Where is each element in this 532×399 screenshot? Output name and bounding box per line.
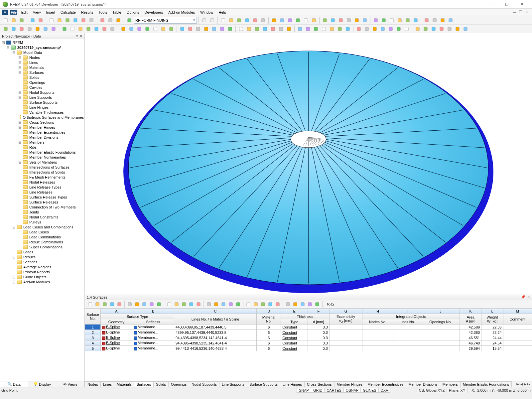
tool-d39[interactable] [328, 25, 335, 33]
tool-b0[interactable] [99, 17, 106, 24]
tree-md-sets-of-members[interactable]: ⊞Sets of Members [0, 160, 84, 165]
undo-button[interactable] [29, 17, 36, 24]
tool-d10[interactable] [85, 25, 92, 33]
surfaces-table[interactable]: SurfaceNo.ABCDEFGHIJKLMSurface TypeLines… [85, 308, 532, 381]
menu-developers[interactable]: Developers [142, 10, 166, 15]
tool-a5[interactable] [88, 17, 95, 24]
tool-d8[interactable] [69, 25, 76, 33]
tool-d20[interactable] [168, 25, 175, 33]
tree-md-variable-thicknesses[interactable]: Variable Thicknesses [0, 110, 84, 115]
table-tab-line-hinges[interactable]: Line Hinges [280, 381, 305, 387]
table-row[interactable]: 3B-SplineMembrane...94,4395-4398,5234,14… [85, 335, 532, 340]
table-tool-12[interactable] [181, 301, 187, 308]
tool-d25[interactable] [210, 25, 218, 33]
tree-md-member-hinges[interactable]: ⊞Member Hinges [0, 125, 84, 130]
tool-d12[interactable] [101, 25, 108, 33]
tool-d31[interactable] [261, 25, 269, 33]
table-tool-8[interactable] [148, 301, 155, 308]
tool-c22[interactable] [404, 17, 411, 24]
tool-d7[interactable] [61, 25, 68, 33]
tool-c3[interactable] [243, 17, 251, 24]
tab-scroll-3[interactable]: ⏭ [527, 382, 531, 386]
table-tool-5[interactable] [126, 301, 133, 308]
tool-c25[interactable] [431, 17, 438, 24]
table-tool-23[interactable] [267, 301, 274, 308]
tool-c19[interactable] [380, 17, 387, 24]
table-tool-2[interactable] [101, 301, 108, 308]
tool-d40[interactable] [336, 25, 343, 33]
tool-d15[interactable] [128, 25, 135, 33]
tree-md-nodal-constraints[interactable]: Nodal Constraints [0, 214, 84, 219]
tool-c21[interactable] [396, 17, 403, 24]
tool-d5[interactable] [42, 25, 49, 33]
tree-md-pulleys[interactable]: Pulleys [0, 219, 84, 224]
open-button[interactable] [10, 17, 17, 24]
tool-c17[interactable] [361, 17, 368, 24]
table-tab-materials[interactable]: Materials [114, 381, 134, 387]
tool-d48[interactable] [403, 25, 410, 33]
tool-d16[interactable] [136, 25, 143, 33]
table-tab-member-elastic-foundations[interactable]: Member Elastic Foundations [460, 381, 512, 387]
tree-md-surfaces[interactable]: ⊞Surfaces [0, 70, 84, 75]
navigator-close[interactable]: ✕ [79, 34, 82, 38]
tool-c24[interactable] [423, 17, 430, 24]
new-button[interactable] [2, 17, 9, 24]
tree-lcc-result-combinations[interactable]: Result Combinations [0, 239, 84, 244]
tree-md-nodes[interactable]: ⊞Nodes [0, 55, 84, 60]
tool-c10[interactable] [302, 17, 310, 24]
tool-a2[interactable] [64, 17, 71, 24]
tree-md-solids[interactable]: Solids [0, 75, 84, 80]
tool-c6[interactable] [270, 17, 278, 24]
table-tab-members[interactable]: Members [440, 381, 461, 387]
menu-help[interactable]: Help [216, 10, 229, 15]
tree-md-intersections-of-solids[interactable]: Intersections of Solids [0, 170, 84, 175]
tree-md-openings[interactable]: Openings [0, 80, 84, 85]
tree-lcc[interactable]: ⊟Load Cases and Combinations [0, 224, 84, 229]
tool-d2[interactable] [18, 25, 25, 33]
tree-md-intersections-of-surfaces[interactable]: Intersections of Surfaces [0, 165, 84, 170]
snap-osnap[interactable]: OSNAP [343, 388, 361, 393]
tool-b2[interactable] [115, 17, 122, 24]
tool-c20[interactable] [388, 17, 395, 24]
tool-d4[interactable] [34, 25, 41, 33]
table-tool-26[interactable] [292, 301, 299, 308]
tree-lcc-load-cases[interactable]: Load Cases [0, 229, 84, 234]
tool-d50[interactable] [422, 25, 429, 33]
tree-md-fe-mesh-refinements[interactable]: FE Mesh Refinements [0, 175, 84, 180]
table-tool-14[interactable] [195, 301, 202, 308]
table-tool-3[interactable] [109, 301, 115, 308]
tool-c2[interactable] [235, 17, 243, 24]
snap-snap[interactable]: SNAP [297, 388, 311, 393]
tool-d41[interactable] [344, 25, 351, 33]
table-tool-9[interactable] [156, 301, 162, 308]
tool-d46[interactable] [387, 25, 394, 33]
calculation-select[interactable]: RF-FORM-FINDING▾ [134, 17, 197, 24]
tool-d44[interactable] [371, 25, 378, 33]
menu-window[interactable]: Window [198, 10, 216, 15]
tool-d9[interactable] [77, 25, 84, 33]
table-tab-solids[interactable]: Solids [153, 381, 169, 387]
table-tool-21[interactable] [252, 301, 259, 308]
tool-d19[interactable] [160, 25, 167, 33]
snap-glines[interactable]: GLINES [360, 388, 378, 393]
tree-md-line-release-types[interactable]: Line Release Types [0, 185, 84, 190]
tree-md-surface-supports[interactable]: Surface Supports [0, 100, 84, 105]
tool-d34[interactable] [285, 25, 293, 33]
tool-d1[interactable] [10, 25, 17, 33]
tree-md-lines[interactable]: ⊞Lines [0, 60, 84, 65]
table-tab-lines[interactable]: Lines [100, 381, 114, 387]
table-tab-line-supports[interactable]: Line Supports [219, 381, 247, 387]
tool-d49[interactable] [414, 25, 421, 33]
tool-c23[interactable] [412, 17, 419, 24]
tree-lcc-load-combinations[interactable]: Load Combinations [0, 234, 84, 239]
tool-a0[interactable] [48, 17, 55, 24]
tool-d53[interactable] [446, 25, 453, 33]
tool-a3[interactable] [72, 17, 79, 24]
tool-d38[interactable] [320, 25, 328, 33]
tool-c0[interactable] [219, 17, 227, 24]
tool-d43[interactable] [363, 25, 370, 33]
table-tab-openings[interactable]: Openings [168, 381, 189, 387]
tree-md-line-hinges[interactable]: Line Hinges [0, 105, 84, 110]
tool-d35[interactable] [296, 25, 304, 33]
tree-results[interactable]: ⊞Results [0, 254, 84, 259]
